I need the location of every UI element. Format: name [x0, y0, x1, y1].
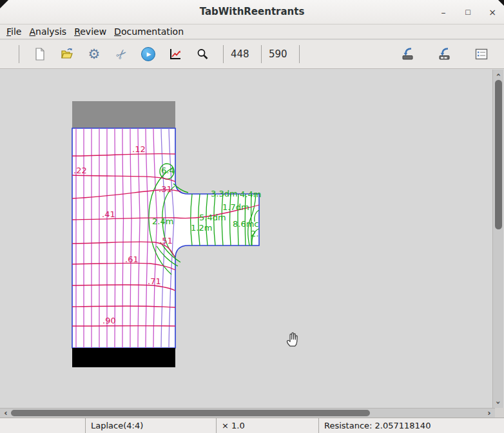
- hand-cursor: [287, 332, 297, 346]
- scroll-down-icon[interactable]: ›: [493, 398, 503, 408]
- scroll-left-icon[interactable]: ‹: [1, 408, 11, 418]
- contour-label: 3.3dm: [211, 189, 238, 198]
- contour-label: 4.4m: [240, 189, 261, 199]
- scroll-right-icon[interactable]: ›: [484, 408, 494, 418]
- menu-documentation[interactable]: Documentation: [110, 26, 188, 37]
- import-disk-icon: [400, 46, 416, 62]
- contour-label: .41: [102, 209, 115, 219]
- statusbar: Laplace(4:4) × 1.0 Resistance: 2.0571181…: [0, 418, 504, 433]
- gear-icon: ⚙: [88, 46, 101, 62]
- chart-icon: [168, 46, 183, 62]
- status-scale: × 1.0: [217, 418, 319, 433]
- contour-label: 1.7dm: [222, 202, 249, 212]
- contour-label: .61: [125, 255, 139, 264]
- status-cell-empty: [0, 418, 86, 433]
- canvas-height-value: 590: [269, 48, 292, 60]
- status-solver: Laplace(4:4): [86, 418, 217, 433]
- contour-label: 1.2m: [191, 223, 212, 233]
- new-document-icon: [32, 46, 48, 62]
- toolbar: ⚙ ✂ ▶ 448 590: [0, 40, 504, 69]
- import-data-button[interactable]: [400, 46, 416, 63]
- contour-label: .71: [148, 276, 161, 286]
- toolbar-right-group: [394, 46, 495, 63]
- open-folder-icon: [59, 46, 75, 62]
- contour-label: 2.4m: [152, 216, 173, 226]
- app-window: TabWithReentrants – □ × File Analysis Re…: [0, 0, 504, 433]
- toolbar-separator: [223, 45, 224, 63]
- vertical-scrollbar[interactable]: › ›: [492, 70, 503, 408]
- top-electrode: [72, 101, 175, 128]
- run-solver-button[interactable]: ▶: [140, 46, 157, 63]
- play-icon: ▶: [141, 47, 155, 61]
- close-button[interactable]: ×: [487, 7, 498, 17]
- titlebar: TabWithReentrants – □ ×: [0, 0, 504, 24]
- menu-review[interactable]: Review: [70, 26, 110, 37]
- contour-label: 2.: [251, 229, 258, 238]
- maximize-button[interactable]: □: [463, 7, 473, 17]
- properties-button[interactable]: [473, 46, 490, 63]
- search-icon: [195, 46, 210, 62]
- plot-results-button[interactable]: [167, 46, 184, 63]
- settings-button[interactable]: ⚙: [86, 46, 102, 63]
- contour-label: .51: [159, 236, 173, 245]
- vertical-scrollbar-thumb[interactable]: [495, 80, 502, 229]
- cut-button[interactable]: ✂: [113, 46, 130, 63]
- contour-label: 5.4dm: [199, 213, 226, 222]
- scissors-icon: ✂: [112, 45, 131, 64]
- contour-label: 6.4: [161, 166, 175, 175]
- bottom-electrode: [72, 348, 175, 367]
- toolbar-separator: [261, 45, 262, 63]
- solver-canvas[interactable]: .12 .22 .31 .41 .51 .61 .71 .90 6.4 3.3d…: [0, 70, 492, 408]
- scroll-up-icon[interactable]: ›: [493, 70, 503, 80]
- export-data-button[interactable]: [436, 46, 453, 63]
- export-disk-icon: [436, 46, 453, 62]
- field-plot: .12 .22 .31 .41 .51 .61 .71 .90 6.4 3.3d…: [0, 70, 492, 408]
- menubar: File Analysis Review Documentation: [0, 24, 504, 39]
- zoom-tool-button[interactable]: [194, 46, 211, 63]
- open-file-button[interactable]: [59, 46, 75, 63]
- status-resistance: Resistance: 2.057118140: [319, 418, 504, 433]
- canvas-width-value: 448: [231, 48, 254, 60]
- minimize-button[interactable]: –: [438, 7, 449, 17]
- menu-file[interactable]: File: [3, 26, 25, 37]
- contour-label: .12: [132, 144, 146, 154]
- contour-label: .22: [73, 166, 87, 175]
- horizontal-scrollbar[interactable]: ‹ ›: [0, 408, 495, 418]
- scrollbar-corner: [495, 408, 504, 418]
- window-title: TabWithReentrants: [0, 0, 504, 24]
- form-list-icon: [473, 46, 490, 62]
- toolbar-separator: [299, 45, 300, 63]
- contour-label: 8.6mc: [233, 219, 259, 229]
- window-controls: – □ ×: [438, 0, 498, 24]
- toolbar-separator: [19, 45, 19, 63]
- menu-analysis[interactable]: Analysis: [25, 26, 70, 37]
- contour-label: .31: [159, 184, 172, 194]
- horizontal-scrollbar-thumb[interactable]: [11, 410, 370, 416]
- contour-label: .90: [102, 316, 116, 325]
- new-document-button[interactable]: [32, 46, 48, 63]
